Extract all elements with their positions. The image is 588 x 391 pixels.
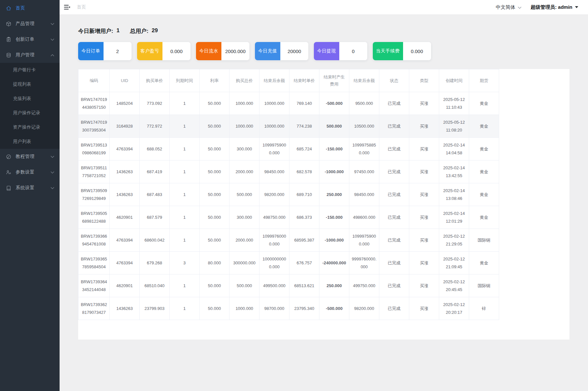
stat-card-label: 客户盈亏 (137, 42, 162, 60)
table-cell: 买涨 (409, 115, 439, 138)
sidebar-submenu-user-manage: 用户银行卡提现列表充值列表用户操作记录资产操作记录用户列表 (0, 63, 60, 149)
table-cell: 10000.000 (259, 115, 289, 138)
table-cell: 10500.000 (349, 115, 379, 138)
total-users-value: 29 (152, 27, 158, 35)
sidebar-subitem-user-list[interactable]: 用户列表 (0, 134, 60, 149)
sidebar-item-label: 系统设置 (16, 185, 50, 191)
table-cell: 10000.000 (259, 92, 289, 115)
sidebar-item-tutorial-manage[interactable]: 教程管理 (0, 149, 60, 164)
table-row[interactable]: BRW17393643452144048462090168510.040150.… (78, 274, 499, 297)
user-dropdown[interactable]: 超级管理员: admin (531, 4, 578, 10)
column-header: 类型 (409, 69, 439, 92)
table-row[interactable]: BRW174701930073953043164928772.972150.00… (78, 115, 499, 138)
table-cell: 4763394 (110, 229, 140, 252)
column-header: 到期时间 (170, 69, 200, 92)
table-cell: 686.373 (289, 206, 319, 229)
table-cell: 2025-02-12 21:29:05 (439, 229, 469, 252)
table-cell: BRW17395056898122488 (78, 206, 110, 229)
table-row[interactable]: BRW17393669454761008476339468600.042150.… (78, 229, 499, 252)
book-icon (6, 185, 11, 191)
column-header: 结束时产生费用 (319, 69, 349, 92)
column-header: 购买单价 (140, 69, 170, 92)
sidebar-item-product-manage[interactable]: 产品管理 (0, 16, 60, 32)
table-row[interactable]: BRW173950568981224884620901687.579150.00… (78, 206, 499, 229)
table-cell: 98450.000 (349, 183, 379, 206)
table-cell: 50.000 (200, 183, 230, 206)
sidebar-item-innovation-orders[interactable]: 创新订单 (0, 32, 60, 47)
table-cell: 10999759000.000 (259, 138, 289, 161)
table-row[interactable]: BRW17393628179073427143626323799.903150.… (78, 297, 499, 320)
table-cell: 1000.000 (230, 115, 259, 138)
table-row[interactable]: BRW173951309860681994763394688.052150.00… (78, 138, 499, 161)
sidebar-subitem-recharge-list[interactable]: 充值列表 (0, 91, 60, 106)
sidebar-subitem-user-bank-cards[interactable]: 用户银行卡 (0, 63, 60, 77)
table-cell: 2025-02-12 20:45:45 (439, 274, 469, 297)
table-cell: 50.000 (200, 274, 230, 297)
table-cell: BRW17470193007395304 (78, 115, 110, 138)
table-cell: 774.238 (289, 115, 319, 138)
language-selector[interactable]: 中文简体 (496, 4, 522, 10)
sidebar-item-user-manage[interactable]: 用户管理 (0, 47, 60, 63)
stat-card-value: 0 (339, 42, 367, 60)
table-cell: -1000.000 (319, 229, 349, 252)
table-cell: -1000.000 (319, 161, 349, 183)
table-cell: 10999759000.000 (349, 229, 379, 252)
table-cell: BRW17393628179073427 (78, 297, 110, 320)
table-cell: 500.000 (230, 183, 259, 206)
sidebar-subitem-withdraw-list[interactable]: 提现列表 (0, 77, 60, 91)
stat-card-label: 今日充值 (255, 42, 280, 60)
table-cell: 1000.000 (230, 297, 259, 320)
table-cell: 2025-02-14 14:04:58 (439, 138, 469, 161)
table-cell: 50.000 (200, 161, 230, 183)
table-cell: 1 (170, 206, 200, 229)
sidebar-item-label: 用户管理 (16, 52, 50, 58)
table-cell: 黄金 (469, 92, 499, 115)
main-area: 首页 中文简体 超级管理员: admin 今日新增用户: 1 (60, 0, 588, 391)
chevron-down-icon (50, 154, 54, 159)
column-header: 结束时单价 (289, 69, 319, 92)
sidebar-subitem-user-op-records[interactable]: 用户操作记录 (0, 106, 60, 120)
table-row[interactable]: BRW173951177587210521436263687.419150.00… (78, 161, 499, 183)
table-cell: 买涨 (409, 92, 439, 115)
breadcrumb[interactable]: 首页 (77, 4, 86, 10)
column-header: 创建时间 (439, 69, 469, 92)
table-cell: 97450.000 (349, 161, 379, 183)
table-row[interactable]: BRW173950972691298491436263687.483150.00… (78, 183, 499, 206)
menu-fold-icon[interactable] (64, 4, 70, 10)
table-cell: 10999760000.000 (259, 229, 289, 252)
table-cell: 2025-02-14 13:08:46 (439, 183, 469, 206)
table-cell: 499500.000 (259, 274, 289, 297)
table-cell: 买涨 (409, 274, 439, 297)
column-header: 结束后余额 (349, 69, 379, 92)
table-cell: 250.000 (319, 274, 349, 297)
table-cell: 1 (170, 229, 200, 252)
table-cell: 68600.042 (140, 229, 170, 252)
sidebar-item-param-settings[interactable]: 参数设置 (0, 164, 60, 180)
chevron-down-icon (518, 5, 522, 10)
table-cell: 2025-05-12 11:10:43 (439, 92, 469, 115)
table-cell: 已完成 (379, 115, 409, 138)
table-cell: 买涨 (409, 297, 439, 320)
table-cell: BRW17470194438057150 (78, 92, 110, 115)
new-users-value: 1 (117, 27, 119, 35)
sidebar-item-home[interactable]: 首页 (0, 0, 60, 16)
table-cell: 1485204 (110, 92, 140, 115)
topbar-right: 中文简体 超级管理员: admin (496, 4, 578, 10)
table-cell: 2025-02-14 12:01:29 (439, 206, 469, 229)
sidebar-subitem-asset-op-records[interactable]: 资产操作记录 (0, 120, 60, 134)
table-cell: 2000.000 (230, 161, 259, 183)
column-header: 期货 (469, 69, 499, 92)
table-cell: 250.000 (319, 183, 349, 206)
table-row[interactable]: BRW174701944380571501485204773.092150.00… (78, 92, 499, 115)
table-cell: 23799.903 (140, 297, 170, 320)
language-label: 中文简体 (496, 4, 515, 10)
table-cell: 98200.000 (259, 183, 289, 206)
table-cell: 2025-02-14 13:42:55 (439, 161, 469, 183)
app-window: 首页产品管理创新订单用户管理用户银行卡提现列表充值列表用户操作记录资产操作记录用… (0, 0, 588, 391)
sidebar-item-system-settings[interactable]: 系统设置 (0, 180, 60, 196)
table-row[interactable]: BRW173936578595845044763394679.268380.00… (78, 252, 499, 274)
table-cell: 679.268 (140, 252, 170, 274)
table-cell: 已完成 (379, 92, 409, 115)
table-cell: 80.000 (200, 252, 230, 274)
stat-card-today-recharge: 今日充值20000 (255, 42, 308, 60)
